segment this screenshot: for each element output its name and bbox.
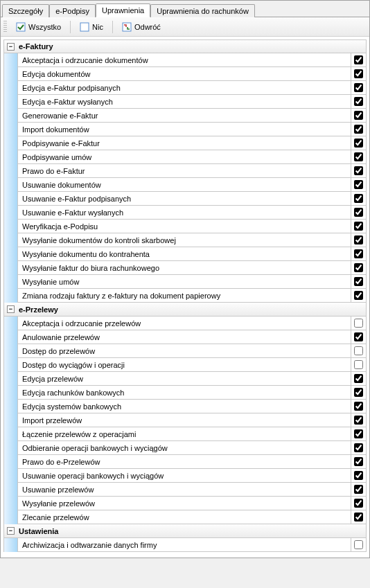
group-title: e-Faktury [19,42,53,51]
permission-row: Wysyłanie dokumentów do kontroli skarbow… [3,233,367,247]
tab-details[interactable]: Szczegóły [2,4,49,17]
permission-checkbox[interactable] [354,277,363,286]
permission-checkbox-cell [351,330,367,344]
permission-checkbox[interactable] [354,416,363,425]
permission-row: Edycja systemów bankowych [3,400,367,413]
permission-checkbox[interactable] [354,485,363,494]
permission-checkbox[interactable] [354,194,363,203]
collapse-icon[interactable]: − [7,305,15,313]
permission-checkbox[interactable] [354,374,363,383]
permission-label: Edycja rachunków bankowych [18,386,351,400]
permission-checkbox[interactable] [354,360,363,369]
permission-checkbox-cell [351,289,367,303]
permission-checkbox[interactable] [354,429,363,438]
permission-checkbox[interactable] [354,208,363,217]
permission-checkbox[interactable] [354,332,363,341]
permission-label: Dostęp do wyciągów i operacji [18,358,351,372]
permission-checkbox[interactable] [354,540,363,549]
invert-button[interactable]: Odwróć [117,20,166,34]
permission-label: Generowanie e-Faktur [18,109,351,123]
permission-checkbox-cell [351,510,367,524]
group-header[interactable]: −e-Faktury [3,39,367,53]
permission-row: Wysyłanie faktur do biura rachunkowego [3,261,367,275]
row-indent [4,178,18,192]
tab-esignatures[interactable]: e-Podpisy [49,4,96,17]
permission-checkbox-cell [351,136,367,150]
tab-account-permissions[interactable]: Uprawnienia do rachunków [150,4,255,17]
svg-rect-2 [123,23,131,31]
permission-checkbox-cell [351,123,367,136]
tab-permissions[interactable]: Uprawnienia [96,3,150,17]
permission-checkbox[interactable] [354,125,363,134]
permission-checkbox[interactable] [354,346,363,355]
row-indent [4,136,18,150]
permission-row: Odbieranie operacji bankowych i wyciągów [3,441,367,455]
permission-checkbox-cell [351,497,367,510]
tabbar: Szczegóły e-Podpisy Uprawnienia Uprawnie… [1,1,369,17]
permission-row: Usuwanie operacji bankowych i wyciągów [3,469,367,483]
permission-checkbox-cell [351,220,367,233]
permission-checkbox[interactable] [354,111,363,120]
row-indent [4,289,18,303]
permission-checkbox[interactable] [354,263,363,272]
permission-checkbox[interactable] [354,222,363,231]
permission-checkbox[interactable] [354,180,363,189]
permission-row: Usuwanie e-Faktur podpisanych [3,192,367,206]
permission-checkbox-cell [351,109,367,123]
permission-row: Prawo do e-Faktur [3,164,367,178]
permission-checkbox-cell [351,483,367,497]
permission-checkbox[interactable] [354,513,363,522]
permission-checkbox[interactable] [354,471,363,480]
row-indent [4,275,18,289]
permission-checkbox[interactable] [354,457,363,466]
permission-checkbox[interactable] [354,291,363,300]
row-indent [4,538,18,552]
collapse-icon[interactable]: − [7,527,15,535]
permission-checkbox-cell [351,95,367,109]
permission-label: Weryfikacja e-Podpisu [18,220,351,233]
select-all-button[interactable]: Wszystko [11,20,66,34]
permission-checkbox[interactable] [354,83,363,92]
permission-checkbox[interactable] [354,319,363,328]
permission-checkbox[interactable] [354,152,363,161]
permission-label: Edycja e-Faktur wysłanych [18,95,351,109]
collapse-icon[interactable]: − [7,43,15,51]
permission-checkbox-cell [351,150,367,164]
permission-row: Usuwanie e-Faktur wysłanych [3,206,367,220]
permission-label: Wysyłanie faktur do biura rachunkowego [18,261,351,275]
permission-label: Wysyłanie dokumentów do kontroli skarbow… [18,233,351,247]
row-indent [4,344,18,358]
group-header[interactable]: −e-Przelewy [3,303,367,317]
row-indent [4,400,18,413]
permission-label: Dostęp do przelewów [18,344,351,358]
row-indent [4,247,18,261]
permission-checkbox[interactable] [354,443,363,452]
permission-label: Wysyłanie dokumentu do kontrahenta [18,247,351,261]
permission-checkbox[interactable] [354,69,363,78]
permission-checkbox-cell [351,233,367,247]
permission-label: Wysyłanie przelewów [18,497,351,510]
permission-row: Wysyłanie umów [3,275,367,289]
permission-row: Import dokumentów [3,123,367,136]
permission-row: Usuwanie przelewów [3,483,367,497]
permission-checkbox[interactable] [354,235,363,244]
row-indent [4,164,18,178]
permission-checkbox[interactable] [354,249,363,258]
row-indent [4,95,18,109]
group-header[interactable]: −Ustawienia [3,524,367,538]
permission-checkbox-cell [351,427,367,441]
row-indent [4,455,18,469]
permission-label: Import dokumentów [18,123,351,136]
row-indent [4,358,18,372]
permission-checkbox[interactable] [354,499,363,508]
select-none-button[interactable]: Nic [75,20,108,34]
permission-checkbox[interactable] [354,139,363,148]
permission-checkbox[interactable] [354,402,363,411]
permission-checkbox[interactable] [354,55,363,64]
permission-checkbox[interactable] [354,97,363,106]
permission-checkbox-cell [351,275,367,289]
permission-checkbox[interactable] [354,166,363,175]
permission-row: Weryfikacja e-Podpisu [3,220,367,233]
permission-checkbox[interactable] [354,388,363,397]
row-indent [4,150,18,164]
